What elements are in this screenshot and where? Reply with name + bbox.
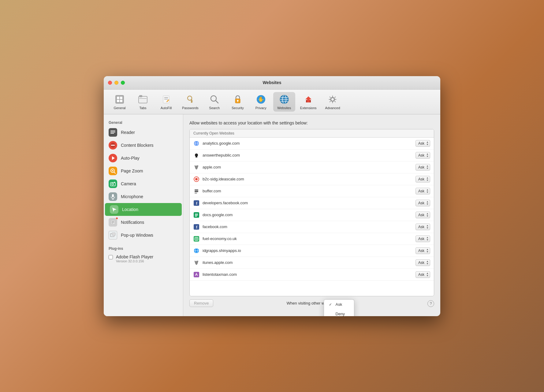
svg-rect-72	[195, 215, 198, 215]
reader-label: Reader	[121, 130, 135, 135]
site-setting-select[interactable]: Ask▲▼	[415, 235, 430, 242]
site-setting-select[interactable]: Ask▲▼	[415, 271, 430, 278]
table-row: fdevelopers.facebook.comAsk▲▼	[190, 197, 434, 209]
svg-marker-37	[112, 156, 115, 160]
svg-rect-1	[117, 97, 119, 99]
extensions-icon	[303, 94, 314, 105]
site-favicon: f	[193, 224, 199, 230]
site-name: idgrapps.shinyapps.io	[203, 248, 412, 253]
auto-play-icon	[109, 154, 117, 162]
privacy-icon: ✋	[255, 94, 266, 105]
svg-rect-6	[139, 95, 142, 97]
toolbar-general[interactable]: General	[109, 92, 131, 112]
passwords-icon	[185, 94, 196, 105]
site-setting-select[interactable]: Ask▲▼	[415, 188, 430, 194]
help-button[interactable]: ?	[427, 300, 434, 307]
microphone-label: Microphone	[121, 194, 143, 199]
svg-rect-66	[195, 191, 198, 192]
site-setting-select[interactable]: Ask▲▼	[415, 152, 430, 159]
dropdown-option-ask[interactable]: ✓ Ask	[324, 300, 354, 309]
dropdown-option-deny[interactable]: Deny	[324, 309, 354, 316]
site-setting-select[interactable]: Ask▲▼	[415, 164, 430, 171]
svg-text:f: f	[196, 201, 198, 205]
toolbar-websites-label: Websites	[277, 106, 291, 110]
camera-icon	[109, 179, 117, 188]
traffic-lights	[108, 81, 125, 85]
toolbar-passwords[interactable]: Passwords	[178, 92, 202, 112]
toolbar-autofill[interactable]: AutoFill	[155, 92, 177, 112]
general-section-header: General	[104, 118, 183, 126]
tabs-icon	[137, 94, 148, 105]
sidebar-item-microphone[interactable]: Microphone	[104, 190, 183, 203]
toolbar-autofill-label: AutoFill	[161, 106, 172, 110]
adobe-flash-checkbox[interactable]	[109, 255, 113, 259]
site-setting-select[interactable]: Ask▲▼	[415, 212, 430, 218]
site-setting-select[interactable]: Ask▲▼	[415, 176, 430, 183]
autofill-icon	[161, 94, 172, 105]
toolbar-advanced[interactable]: Advanced	[322, 92, 344, 112]
toolbar-passwords-label: Passwords	[182, 106, 199, 110]
table-row: answerthepublic.comAsk▲▼	[190, 150, 434, 161]
site-setting-select[interactable]: Ask▲▼	[415, 259, 430, 266]
websites-list-container: Currently Open Websites analytics.google…	[189, 129, 434, 296]
site-name: docs.google.com	[203, 213, 412, 217]
search-icon	[209, 94, 220, 105]
site-setting-select[interactable]: Ask▲▼	[415, 200, 430, 206]
websites-list[interactable]: analytics.google.comAsk▲▼answerthepublic…	[190, 138, 434, 296]
toolbar-tabs[interactable]: Tabs	[132, 92, 154, 112]
table-row: apple.comAsk▲▼	[190, 161, 434, 173]
sidebar-item-reader[interactable]: Reader	[104, 126, 183, 139]
close-button[interactable]	[108, 81, 112, 85]
svg-rect-29	[310, 100, 311, 102]
sidebar-item-content-blockers[interactable]: Content Blockers	[104, 139, 183, 152]
deny-label: Deny	[336, 312, 345, 316]
main-window: Websites General	[104, 76, 440, 316]
notifications-icon	[109, 218, 117, 227]
svg-line-39	[114, 172, 115, 173]
sidebar-item-auto-play[interactable]: Auto-Play	[104, 152, 183, 165]
toolbar-websites[interactable]: Websites	[273, 92, 295, 112]
site-name: developers.facebook.com	[203, 201, 412, 205]
site-name: itunes.apple.com	[203, 260, 412, 265]
table-row: itunes.apple.comAsk▲▼	[190, 257, 434, 269]
svg-rect-65	[195, 190, 198, 190]
table-row: fuel-economy.co.ukAsk▲▼	[190, 233, 434, 245]
toolbar-privacy[interactable]: ✋ Privacy	[250, 92, 272, 112]
minimize-button[interactable]	[114, 81, 118, 85]
svg-rect-33	[110, 132, 115, 132]
remove-button[interactable]: Remove	[189, 299, 213, 307]
svg-rect-32	[110, 131, 115, 131]
page-zoom-label: Page Zoom	[121, 168, 143, 173]
toolbar-security[interactable]: Security	[227, 92, 249, 112]
popup-windows-icon	[109, 231, 117, 239]
sidebar-item-page-zoom[interactable]: Page Zoom	[104, 165, 183, 177]
dropdown-menu: ✓ Ask Deny Allow	[324, 299, 354, 316]
sidebar-item-camera[interactable]: Camera	[104, 177, 183, 190]
table-row: listentotaxman.comAsk▲▼	[190, 269, 434, 281]
titlebar: Websites	[104, 76, 440, 90]
site-favicon	[193, 164, 199, 170]
toolbar-search[interactable]: Search	[203, 92, 225, 112]
websites-icon	[279, 94, 290, 105]
general-icon	[114, 94, 125, 105]
sidebar-item-notifications[interactable]: Notifications	[104, 216, 183, 229]
maximize-button[interactable]	[121, 81, 125, 85]
svg-rect-19	[237, 101, 238, 102]
bottom-bar: Remove When visiting other websites Ask …	[189, 296, 434, 310]
table-row: docs.google.comAsk▲▼	[190, 209, 434, 221]
sidebar-item-popup-windows[interactable]: Pop-up Windows	[104, 229, 183, 242]
site-favicon	[193, 260, 199, 266]
toolbar-extensions[interactable]: Extensions	[296, 92, 320, 112]
svg-rect-34	[110, 133, 114, 134]
svg-point-64	[195, 178, 198, 180]
toolbar-privacy-label: Privacy	[255, 106, 266, 110]
site-setting-select[interactable]: Ask▲▼	[415, 247, 430, 254]
site-setting-select[interactable]: Ask▲▼	[415, 140, 430, 147]
sidebar-item-location[interactable]: Location	[105, 203, 182, 216]
svg-text:f: f	[196, 225, 198, 229]
content-blockers-label: Content Blockers	[121, 143, 154, 148]
svg-rect-54	[112, 233, 115, 235]
site-setting-select[interactable]: Ask▲▼	[415, 224, 430, 230]
popup-windows-label: Pop-up Windows	[121, 233, 153, 238]
svg-rect-0	[115, 95, 124, 104]
